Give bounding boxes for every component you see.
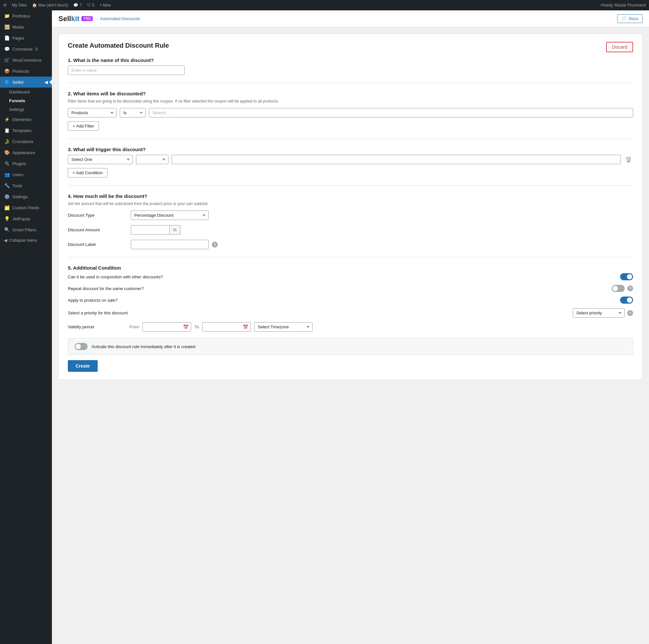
tools-icon: 🔧: [4, 183, 10, 188]
sidebar-label-products: Products: [12, 69, 29, 74]
conjunction-toggle[interactable]: [620, 273, 633, 280]
sidebar-item-tools[interactable]: 🔧 Tools: [0, 180, 52, 191]
sidebar-item-users[interactable]: 👥 Users: [0, 169, 52, 180]
trigger-primary-select[interactable]: Select One Cart Total Cart Item Count Cu…: [68, 155, 133, 164]
trigger-row: Select One Cart Total Cart Item Count Cu…: [68, 155, 633, 164]
sidebar-item-jetpopup[interactable]: 💡 JetPopup: [0, 213, 52, 224]
discount-label-input[interactable]: [131, 240, 209, 249]
funnels-label: Funnels: [9, 98, 25, 103]
sidebar-item-custom-fields[interactable]: 🗂️ Custom Fields: [0, 202, 52, 213]
new-item[interactable]: + New: [100, 3, 111, 7]
discount-label-label: Discount Label: [68, 242, 126, 247]
my-sites[interactable]: My Sites: [12, 3, 27, 7]
priority-select[interactable]: Select priority Low Medium High: [573, 308, 625, 318]
sidebar-label-comments: Comments: [12, 47, 33, 52]
sidebar-item-media[interactable]: 🖼️ Media: [0, 21, 52, 33]
activate-label: Activate this discount rule immediately …: [91, 344, 196, 349]
howdy[interactable]: Howdy, Maziar Firuzmand: [601, 3, 646, 7]
breadcrumb-current[interactable]: Automated Discounts: [100, 16, 140, 21]
sidebar-item-sellkit[interactable]: 🔷 Sellkit ◀: [0, 77, 52, 88]
discount-type-select[interactable]: Percentage Discount Fixed Amount Fixed P…: [131, 211, 209, 220]
discount-label-help-icon[interactable]: ?: [212, 242, 218, 247]
sidebar-item-woocommerce[interactable]: 🛒 WooCommerce: [0, 54, 52, 65]
sidebar-item-appearance[interactable]: 🎨 Appearance: [0, 147, 52, 158]
timezone-select[interactable]: Select Timezone UTC America/New_York Eur…: [254, 322, 312, 332]
admin-bar: ⚙ My Sites 🏠 Max (don't touch) 💬 7 🗨 5 +…: [0, 0, 649, 10]
discard-button[interactable]: Discard: [606, 42, 633, 52]
from-date-input[interactable]: [142, 322, 191, 332]
discount-label-row: Discount Label ?: [68, 240, 633, 249]
sidebar-label-templates: Templates: [12, 128, 32, 133]
sale-control: [620, 296, 633, 304]
sidebar-item-products[interactable]: 📦 Products: [0, 65, 52, 77]
sidebar-item-portfolios[interactable]: 📁 Portfolios: [0, 10, 52, 21]
sidebar-label-portfolios: Portfolios: [12, 14, 30, 18]
message-count[interactable]: 🗨 5: [87, 3, 94, 7]
sidebar-item-smart-filters[interactable]: 🔍 Smart Filters: [0, 224, 52, 235]
comment-number: 7: [80, 3, 82, 7]
repeat-label: Repeat discount for the same customer?: [68, 286, 612, 291]
activate-slider: [75, 343, 88, 350]
docs-button[interactable]: 📄 Docs: [617, 14, 643, 23]
sale-label: Apply to products on sale?: [68, 298, 620, 303]
sidebar-item-settings[interactable]: ⚙️ Settings: [0, 191, 52, 202]
sidebar-label-custom-fields: Custom Fields: [12, 205, 39, 210]
filter-search-input[interactable]: [149, 108, 633, 118]
media-icon: 🖼️: [4, 24, 10, 30]
sidebar-item-comments[interactable]: 💬 Comments 5: [0, 43, 52, 54]
collapse-menu-label: Collapse menu: [9, 238, 37, 243]
repeat-row: Repeat discount for the same customer? ?: [68, 285, 633, 292]
comment-count[interactable]: 💬 7: [73, 3, 82, 7]
create-button[interactable]: Create: [68, 360, 98, 372]
sidebar-sub-dashboard[interactable]: Dashboard: [0, 88, 52, 96]
to-date-input[interactable]: [202, 322, 251, 332]
card-header: Create Automated Discount Rule Discard: [68, 42, 633, 52]
filter-condition-select[interactable]: Is Is Not: [120, 108, 146, 118]
sidebar-label-plugins: Plugins: [12, 161, 26, 166]
collapse-menu[interactable]: ◀ Collapse menu: [0, 235, 52, 245]
discount-type-control: Percentage Discount Fixed Amount Fixed P…: [131, 211, 228, 220]
sidebar-label-pages: Pages: [12, 36, 24, 41]
priority-label: Select a priority for this discount: [68, 311, 573, 315]
discount-amount-control: %: [131, 225, 228, 235]
sidebar-item-elementor[interactable]: ⚡ Elementor: [0, 114, 52, 125]
section-2: 2. What items will be discounted? Filter…: [68, 91, 633, 131]
repeat-help-icon[interactable]: ?: [627, 285, 633, 291]
to-label: To: [194, 324, 199, 329]
plugins-icon: 🔌: [4, 160, 10, 167]
sidebar-sub-settings[interactable]: Settings: [0, 105, 52, 114]
discount-amount-input[interactable]: [131, 225, 170, 235]
logo: Sellkit PRO: [58, 14, 93, 23]
sidebar-label-settings: Settings: [12, 194, 28, 199]
add-condition-button[interactable]: + Add Condition: [68, 168, 107, 178]
page-header: Sellkit PRO › Automated Discounts 📄 Docs: [52, 10, 649, 27]
trigger-secondary-select[interactable]: [136, 155, 168, 164]
delete-trigger-button[interactable]: 🗑️: [624, 155, 633, 164]
discount-amount-label: Discount Amount: [68, 227, 126, 232]
sale-toggle[interactable]: [620, 296, 633, 304]
templates-icon: 📋: [4, 128, 10, 133]
activate-row: Activate this discount rule immediately …: [68, 338, 633, 355]
sidebar-sub-funnels[interactable]: Funnels: [0, 96, 52, 105]
from-label: From: [129, 324, 139, 329]
wp-logo: ⚙: [3, 3, 7, 7]
filter-type-select[interactable]: Products Categories Tags: [68, 108, 117, 118]
trigger-value-input[interactable]: [172, 155, 621, 164]
woo-icon: 🛒: [4, 57, 10, 63]
add-filter-button[interactable]: + Add Filter: [68, 121, 99, 131]
repeat-toggle[interactable]: [612, 285, 625, 292]
discount-name-input[interactable]: [68, 65, 185, 75]
sidebar-item-plugins[interactable]: 🔌 Plugins: [0, 158, 52, 169]
sidebar-item-pages[interactable]: 📄 Pages: [0, 33, 52, 43]
sidebar-item-crocoblock[interactable]: 🐊 Crocoblock: [0, 136, 52, 147]
wordpress-icon[interactable]: ⚙: [3, 3, 7, 7]
sidebar-label-crocoblock: Crocoblock: [12, 139, 33, 144]
sidebar-label-woo: WooCommerce: [12, 58, 42, 62]
priority-help-icon[interactable]: ?: [627, 310, 633, 316]
trash-icon: 🗑️: [625, 156, 632, 163]
activate-toggle[interactable]: [75, 343, 88, 350]
sidebar-item-templates[interactable]: 📋 Templates: [0, 125, 52, 136]
repeat-slider: [612, 285, 625, 292]
section-4: 4. How much will be the discount? Set th…: [68, 193, 633, 249]
site-name[interactable]: 🏠 Max (don't touch): [32, 3, 68, 7]
